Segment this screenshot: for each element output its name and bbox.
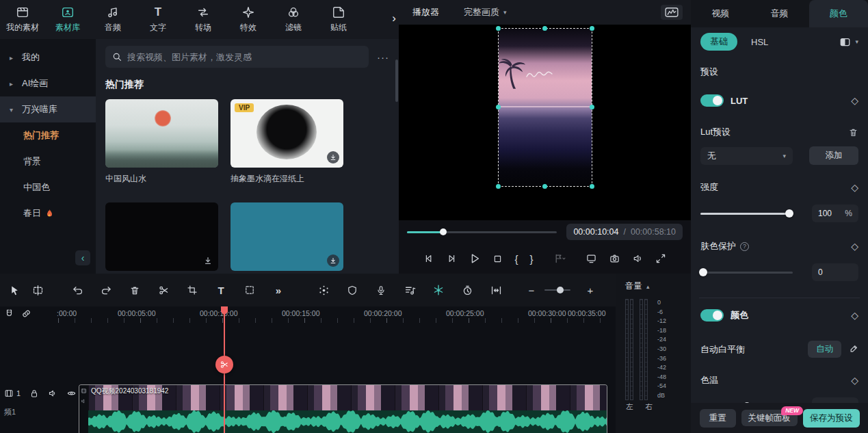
keyframe-diamond-icon[interactable]: ◇ — [851, 95, 858, 106]
undo-icon[interactable] — [68, 281, 86, 299]
resize-handle[interactable] — [496, 26, 501, 31]
sidebar-item-ai-paint[interactable]: ▸ AI绘画 — [0, 70, 96, 96]
keyframe-diamond-icon[interactable]: ◇ — [851, 310, 858, 321]
lut-toggle[interactable] — [700, 94, 724, 107]
seek-knob[interactable] — [440, 228, 447, 235]
strength-knob[interactable] — [785, 209, 793, 218]
scrollbar[interactable] — [395, 60, 398, 102]
scopes-icon[interactable] — [661, 5, 683, 20]
subtab-basic[interactable]: 基础 — [700, 33, 737, 51]
stop-icon[interactable] — [492, 254, 503, 264]
mute-speaker-icon[interactable] — [48, 389, 57, 398]
link-tracks-icon[interactable] — [21, 309, 31, 319]
microphone-icon[interactable] — [372, 281, 390, 299]
timeline-zoom-slider[interactable] — [544, 289, 570, 291]
tab-stickers[interactable]: 贴纸 — [316, 5, 361, 34]
text-tool-icon[interactable]: T — [212, 281, 230, 299]
reset-button[interactable]: 重置 — [700, 409, 736, 428]
render-timer-icon[interactable] — [458, 281, 476, 299]
timeline-ruler[interactable]: :00:00 00:00:05:00 00:00:10:00 00:00:15:… — [0, 306, 616, 324]
skin-protect-slider[interactable] — [700, 272, 793, 274]
subtab-hsl[interactable]: HSL — [751, 37, 768, 47]
sidebar-item-background[interactable]: 背景 — [0, 148, 96, 174]
sidebar-item-spring[interactable]: 春日 — [0, 200, 96, 226]
resize-handle[interactable] — [542, 26, 547, 31]
more-options-icon[interactable]: ··· — [376, 51, 391, 63]
sidebar-item-hot[interactable]: 热门推荐 — [0, 122, 96, 148]
tab-color[interactable]: 颜色 — [809, 0, 868, 27]
playhead[interactable] — [224, 308, 225, 433]
next-frame-icon[interactable] — [446, 253, 457, 264]
shield-icon[interactable] — [343, 281, 361, 299]
quality-dropdown[interactable]: 完整画质 ▾ — [464, 6, 507, 18]
sidebar-item-china-color[interactable]: 中国色 — [0, 174, 96, 200]
resize-handle[interactable] — [542, 184, 547, 189]
download-icon[interactable] — [327, 151, 339, 163]
preview-canvas[interactable] — [399, 25, 691, 220]
previous-frame-icon[interactable] — [423, 253, 434, 264]
lut-select[interactable]: 无 ▾ — [700, 147, 793, 165]
library-item-thumbnail[interactable]: VIP — [231, 99, 343, 168]
resize-handle[interactable] — [590, 105, 594, 109]
sidebar-item-stock-library[interactable]: ▾ 万兴喵库 — [0, 96, 96, 122]
resize-handle[interactable] — [590, 26, 594, 31]
mark-out-icon[interactable]: } — [530, 253, 534, 265]
lock-icon[interactable] — [29, 389, 39, 398]
compare-dropdown[interactable]: ▾ — [839, 37, 858, 47]
crop-icon[interactable] — [183, 281, 201, 299]
mark-in-icon[interactable]: { — [514, 253, 518, 265]
snapshot-camera-icon[interactable] — [609, 253, 620, 264]
info-icon[interactable]: ? — [740, 242, 749, 251]
volume-header[interactable]: 音量 ▴ — [625, 280, 685, 292]
tab-stock-media[interactable]: 素材库 — [45, 5, 90, 34]
download-icon[interactable] — [327, 254, 339, 267]
split-scissors-badge[interactable] — [215, 356, 233, 373]
tab-audio-props[interactable]: 音频 — [750, 0, 808, 27]
search-input[interactable] — [105, 46, 369, 68]
zoom-out-icon[interactable]: − — [523, 281, 540, 299]
keyframe-diamond-icon[interactable]: ◇ — [851, 375, 858, 386]
preview-video[interactable] — [499, 29, 592, 186]
tab-text[interactable]: T 文字 — [135, 5, 181, 34]
sidebar-collapse-button[interactable]: ‹ — [75, 250, 90, 265]
play-icon[interactable] — [469, 252, 481, 265]
add-lut-button[interactable]: 添加 — [809, 146, 858, 165]
audio-to-text-icon[interactable] — [401, 281, 419, 299]
tab-effects[interactable]: 特效 — [226, 5, 271, 34]
strength-value-box[interactable]: 100 % — [812, 205, 858, 222]
zoom-knob[interactable] — [557, 287, 564, 293]
render-preview-icon[interactable] — [315, 281, 332, 299]
strength-slider[interactable] — [700, 213, 793, 215]
fullscreen-icon[interactable] — [655, 253, 666, 264]
seek-bar[interactable] — [407, 231, 557, 233]
resize-handle[interactable] — [590, 184, 594, 189]
zoom-in-icon[interactable]: + — [581, 281, 599, 299]
resize-handle[interactable] — [496, 184, 501, 189]
skin-protect-knob[interactable] — [699, 268, 707, 276]
range-select-icon[interactable] — [29, 281, 47, 299]
keyframe-diamond-icon[interactable]: ◇ — [851, 241, 858, 252]
select-cursor-icon[interactable] — [5, 281, 23, 299]
eyedropper-icon[interactable] — [848, 344, 858, 354]
library-item-thumbnail[interactable] — [105, 202, 218, 271]
delete-trash-icon[interactable] — [126, 281, 144, 299]
auto-ripple-icon[interactable] — [487, 281, 505, 299]
more-tools-icon[interactable]: » — [269, 281, 287, 299]
tab-filters[interactable]: 滤镜 — [271, 5, 316, 34]
save-preset-button[interactable]: 保存为预设 — [803, 409, 860, 428]
hide-eye-icon[interactable] — [66, 389, 77, 398]
mask-icon[interactable] — [241, 281, 259, 299]
keyframe-diamond-icon[interactable]: ◇ — [851, 182, 858, 193]
split-scissors-icon[interactable] — [155, 281, 172, 299]
speaker-icon[interactable] — [632, 253, 644, 264]
search-field[interactable] — [127, 52, 362, 62]
trash-icon[interactable] — [848, 127, 858, 137]
beat-detection-icon[interactable] — [430, 281, 447, 299]
tab-audio[interactable]: 音频 — [90, 5, 135, 34]
marker-flag-icon[interactable] — [553, 253, 566, 264]
mirror-display-icon[interactable] — [586, 253, 597, 264]
download-icon[interactable] — [202, 254, 214, 267]
redo-icon[interactable] — [97, 281, 115, 299]
collapse-panel-icon[interactable]: › — [392, 12, 396, 25]
resize-handle[interactable] — [496, 105, 501, 109]
